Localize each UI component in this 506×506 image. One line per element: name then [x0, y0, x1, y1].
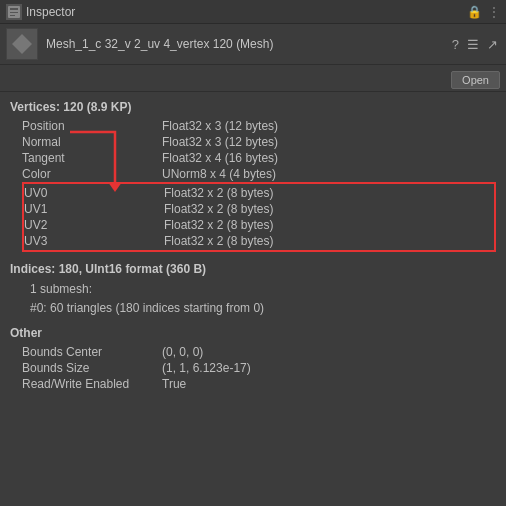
- prop-row-uv1: UV1 Float32 x 2 (8 bytes): [24, 201, 494, 217]
- prop-row-readwrite: Read/Write Enabled True: [10, 376, 496, 392]
- prop-row-tangent: Tangent Float32 x 4 (16 bytes): [10, 150, 496, 166]
- help-icon[interactable]: ?: [450, 35, 461, 54]
- toolbar-row: Open: [0, 65, 506, 92]
- prop-value-bounds-center: (0, 0, 0): [162, 345, 203, 359]
- prop-row-normal: Normal Float32 x 3 (12 bytes): [10, 134, 496, 150]
- prop-value-tangent: Float32 x 4 (16 bytes): [162, 151, 278, 165]
- svg-rect-3: [10, 15, 15, 16]
- asset-thumbnail: [6, 28, 38, 60]
- content-area: Vertices: 120 (8.9 KP) Position Float32 …: [0, 92, 506, 400]
- external-link-icon[interactable]: ↗: [485, 35, 500, 54]
- prop-label-uv0: UV0: [24, 186, 164, 200]
- prop-value-uv3: Float32 x 2 (8 bytes): [164, 234, 273, 248]
- svg-rect-1: [10, 8, 18, 10]
- open-button[interactable]: Open: [451, 71, 500, 89]
- asset-name: Mesh_1_c 32_v 2_uv 4_vertex 120 (Mesh): [46, 37, 450, 51]
- prop-value-uv0: Float32 x 2 (8 bytes): [164, 186, 273, 200]
- prop-row-uv3: UV3 Float32 x 2 (8 bytes): [24, 233, 494, 249]
- prop-row-color: Color UNorm8 x 4 (4 bytes): [10, 166, 496, 182]
- prop-label-bounds-center: Bounds Center: [22, 345, 162, 359]
- submesh-count: 1 submesh:: [10, 280, 496, 299]
- inspector-icon: [6, 4, 22, 20]
- prop-label-uv3: UV3: [24, 234, 164, 248]
- indices-section-header: Indices: 180, UInt16 format (360 B): [10, 262, 496, 276]
- asset-actions: ? ☰ ↗: [450, 35, 500, 54]
- uv-section-container: UV0 Float32 x 2 (8 bytes) UV1 Float32 x …: [10, 182, 496, 254]
- prop-label-normal: Normal: [22, 135, 162, 149]
- asset-row-inner: Mesh_1_c 32_v 2_uv 4_vertex 120 (Mesh) ?…: [46, 35, 500, 54]
- prop-label-bounds-size: Bounds Size: [22, 361, 162, 375]
- prop-row-position: Position Float32 x 3 (12 bytes): [10, 118, 496, 134]
- header-title: Inspector: [26, 5, 467, 19]
- svg-rect-2: [10, 12, 18, 13]
- lock-icon[interactable]: 🔒: [467, 5, 482, 19]
- vertices-section-header: Vertices: 120 (8.9 KP): [10, 100, 496, 114]
- prop-value-bounds-size: (1, 1, 6.123e-17): [162, 361, 251, 375]
- uv-highlight-box: UV0 Float32 x 2 (8 bytes) UV1 Float32 x …: [22, 182, 496, 252]
- kebab-icon[interactable]: ⋮: [488, 5, 500, 19]
- other-section-header: Other: [10, 326, 496, 340]
- prop-row-bounds-size: Bounds Size (1, 1, 6.123e-17): [10, 360, 496, 376]
- asset-top: Mesh_1_c 32_v 2_uv 4_vertex 120 (Mesh) ?…: [46, 35, 500, 54]
- prop-label-uv2: UV2: [24, 218, 164, 232]
- asset-row: Mesh_1_c 32_v 2_uv 4_vertex 120 (Mesh) ?…: [0, 24, 506, 65]
- submesh-detail: #0: 60 triangles (180 indices starting f…: [10, 299, 496, 318]
- header-bar: Inspector 🔒 ⋮: [0, 0, 506, 24]
- prop-label-readwrite: Read/Write Enabled: [22, 377, 162, 391]
- prop-row-uv2: UV2 Float32 x 2 (8 bytes): [24, 217, 494, 233]
- prop-value-position: Float32 x 3 (12 bytes): [162, 119, 278, 133]
- prop-label-tangent: Tangent: [22, 151, 162, 165]
- prop-label-position: Position: [22, 119, 162, 133]
- prop-label-color: Color: [22, 167, 162, 181]
- menu-icon[interactable]: ☰: [465, 35, 481, 54]
- prop-value-uv1: Float32 x 2 (8 bytes): [164, 202, 273, 216]
- prop-value-uv2: Float32 x 2 (8 bytes): [164, 218, 273, 232]
- prop-label-uv1: UV1: [24, 202, 164, 216]
- header-actions: 🔒 ⋮: [467, 5, 500, 19]
- prop-value-readwrite: True: [162, 377, 186, 391]
- prop-value-normal: Float32 x 3 (12 bytes): [162, 135, 278, 149]
- prop-row-uv0: UV0 Float32 x 2 (8 bytes): [24, 185, 494, 201]
- prop-value-color: UNorm8 x 4 (4 bytes): [162, 167, 276, 181]
- prop-row-bounds-center: Bounds Center (0, 0, 0): [10, 344, 496, 360]
